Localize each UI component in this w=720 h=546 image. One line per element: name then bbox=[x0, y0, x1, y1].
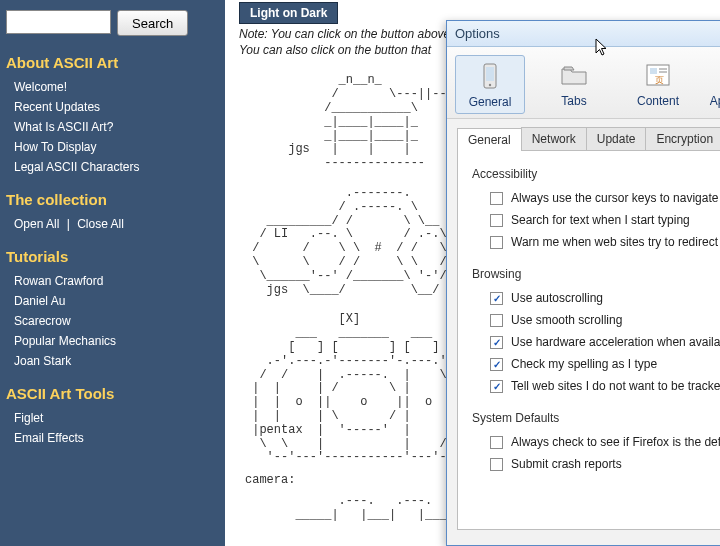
chk-label: Always use the cursor keys to navigate w bbox=[511, 191, 720, 205]
checkbox[interactable] bbox=[490, 358, 503, 371]
dialog-title: Options bbox=[455, 26, 500, 41]
chk-label: Always check to see if Firefox is the de… bbox=[511, 435, 720, 449]
folder-icon bbox=[558, 59, 590, 91]
checkbox[interactable] bbox=[490, 336, 503, 349]
chk-smooth[interactable]: Use smooth scrolling bbox=[472, 309, 720, 331]
chk-hwaccel[interactable]: Use hardware acceleration when availabl bbox=[472, 331, 720, 353]
chk-dnt[interactable]: Tell web sites I do not want to be track… bbox=[472, 375, 720, 397]
open-all[interactable]: Open All bbox=[6, 217, 59, 231]
light-on-dark-button[interactable]: Light on Dark bbox=[239, 2, 338, 24]
tool-general-label: General bbox=[469, 95, 512, 109]
tool-applications[interactable]: Applications bbox=[707, 55, 720, 114]
chk-label: Use autoscrolling bbox=[511, 291, 603, 305]
svg-rect-1 bbox=[486, 67, 494, 81]
checkbox[interactable] bbox=[490, 214, 503, 227]
nav-email-effects[interactable]: Email Effects bbox=[6, 428, 219, 448]
group-browsing: Browsing bbox=[472, 267, 720, 281]
chk-search-typing[interactable]: Search for text when I start typing bbox=[472, 209, 720, 231]
group-accessibility: Accessibility bbox=[472, 167, 720, 181]
tool-tabs[interactable]: Tabs bbox=[539, 55, 609, 114]
nav-how-to-display[interactable]: How To Display bbox=[6, 137, 219, 157]
chk-label: Use hardware acceleration when availabl bbox=[511, 335, 720, 349]
chk-label: Tell web sites I do not want to be track… bbox=[511, 379, 720, 393]
tool-general[interactable]: General bbox=[455, 55, 525, 114]
chk-label: Check my spelling as I type bbox=[511, 357, 657, 371]
checkbox[interactable] bbox=[490, 380, 503, 393]
chk-warn-redirect[interactable]: Warn me when web sites try to redirect o bbox=[472, 231, 720, 253]
svg-point-2 bbox=[489, 84, 491, 86]
nav-daniel[interactable]: Daniel Au bbox=[6, 291, 219, 311]
tab-update[interactable]: Update bbox=[586, 127, 647, 150]
section-about: About ASCII Art bbox=[6, 54, 219, 71]
checkbox[interactable] bbox=[490, 292, 503, 305]
section-collection: The collection bbox=[6, 191, 219, 208]
svg-text:页: 页 bbox=[655, 75, 664, 85]
chk-label: Warn me when web sites try to redirect o bbox=[511, 235, 720, 249]
search-input[interactable] bbox=[6, 10, 111, 34]
options-dialog: Options General Tabs 页 Content Applicati… bbox=[446, 20, 720, 546]
nav-figlet[interactable]: Figlet bbox=[6, 408, 219, 428]
nav-rowan[interactable]: Rowan Crawford bbox=[6, 271, 219, 291]
nav-popmech[interactable]: Popular Mechanics bbox=[6, 331, 219, 351]
checkbox[interactable] bbox=[490, 314, 503, 327]
tab-general[interactable]: General bbox=[457, 128, 522, 151]
nav-recent-updates[interactable]: Recent Updates bbox=[6, 97, 219, 117]
panel-general: Accessibility Always use the cursor keys… bbox=[457, 150, 720, 530]
chk-default-browser[interactable]: Always check to see if Firefox is the de… bbox=[472, 431, 720, 453]
nav-what-is[interactable]: What Is ASCII Art? bbox=[6, 117, 219, 137]
chk-spelling[interactable]: Check my spelling as I type bbox=[472, 353, 720, 375]
search-row: Search bbox=[6, 10, 219, 36]
sep: | bbox=[63, 217, 74, 231]
checkbox[interactable] bbox=[490, 458, 503, 471]
svg-rect-4 bbox=[650, 68, 657, 74]
dialog-titlebar[interactable]: Options bbox=[447, 21, 720, 47]
chk-autoscroll[interactable]: Use autoscrolling bbox=[472, 287, 720, 309]
tool-tabs-label: Tabs bbox=[561, 94, 586, 108]
chk-label: Use smooth scrolling bbox=[511, 313, 622, 327]
checkbox[interactable] bbox=[490, 236, 503, 249]
nav-joan[interactable]: Joan Stark bbox=[6, 351, 219, 371]
checkbox[interactable] bbox=[490, 192, 503, 205]
group-sysdefaults: System Defaults bbox=[472, 411, 720, 425]
chk-label: Search for text when I start typing bbox=[511, 213, 690, 227]
chk-cursor-keys[interactable]: Always use the cursor keys to navigate w bbox=[472, 187, 720, 209]
nav-welcome[interactable]: Welcome! bbox=[6, 77, 219, 97]
tool-content[interactable]: 页 Content bbox=[623, 55, 693, 114]
chk-label: Submit crash reports bbox=[511, 457, 622, 471]
content-icon: 页 bbox=[642, 59, 674, 91]
section-tutorials: Tutorials bbox=[6, 248, 219, 265]
phone-icon bbox=[474, 60, 506, 92]
tab-network[interactable]: Network bbox=[521, 127, 587, 150]
nav-scarecrow[interactable]: Scarecrow bbox=[6, 311, 219, 331]
checkbox[interactable] bbox=[490, 436, 503, 449]
tool-content-label: Content bbox=[637, 94, 679, 108]
sidebar: Search About ASCII Art Welcome! Recent U… bbox=[0, 0, 225, 546]
tool-apps-label: Applications bbox=[710, 94, 720, 108]
dialog-toolbar: General Tabs 页 Content Applications bbox=[447, 47, 720, 119]
nav-legal-chars[interactable]: Legal ASCII Characters bbox=[6, 157, 219, 177]
tab-encryption[interactable]: Encryption bbox=[645, 127, 720, 150]
tabstrip: General Network Update Encryption bbox=[457, 127, 720, 150]
section-tools: ASCII Art Tools bbox=[6, 385, 219, 402]
search-button[interactable]: Search bbox=[117, 10, 188, 36]
chk-crash-reports[interactable]: Submit crash reports bbox=[472, 453, 720, 475]
close-all[interactable]: Close All bbox=[77, 217, 124, 231]
